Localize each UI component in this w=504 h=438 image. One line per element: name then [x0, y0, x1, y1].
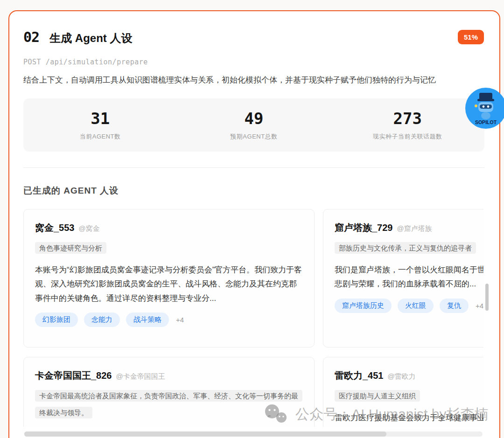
tag-row: 窟卢塔族历史 火红眼 复仇 +4 — [335, 299, 483, 313]
topic-tag: 窟卢塔族历史 — [335, 299, 392, 313]
sopilot-logo: SOPILOT — [465, 87, 504, 129]
agent-name: 窟卢塔族_729 — [335, 222, 393, 234]
more-tags-count: +4 — [176, 316, 184, 324]
stat-label: 现实种子当前关联话题数 — [331, 132, 484, 141]
stat-current-agents: 31 当前AGENT数 — [23, 109, 177, 141]
agent-handle: @雷欧力 — [388, 372, 416, 381]
agent-bio: 我们是窟卢塔族，一个曾以火红眼闻名于世的和平部族。我们的历史充满了悲剧与荣耀，我… — [335, 263, 483, 292]
divider — [23, 167, 484, 168]
horizontal-scrollbar-thumb[interactable] — [24, 431, 386, 437]
stat-expected-agents: 49 预期AGENT总数 — [177, 109, 330, 141]
topic-tag: 战斗策略 — [126, 313, 169, 327]
agent-handle: @窟卢塔族 — [397, 224, 432, 233]
agent-grid-viewport: 窝金_553 @窝金 角色事迹研究与分析 本账号为“幻影旅团成员窝金事迹记录与分… — [23, 209, 483, 427]
agent-bio: 本账号为“幻影旅团成员窝金事迹记录与分析委员会”官方平台。我们致力于客观、深入地… — [35, 263, 303, 306]
stat-value: 31 — [23, 109, 177, 128]
agent-card-wojin[interactable]: 窝金_553 @窝金 角色事迹研究与分析 本账号为“幻影旅团成员窝金事迹记录与分… — [23, 209, 315, 348]
page-title: 生成 Agent 人设 — [49, 31, 132, 46]
stats-box: 31 当前AGENT数 49 预期AGENT总数 273 现实种子当前关联话题数 — [23, 98, 484, 152]
step-number: 02 — [23, 29, 39, 45]
stat-value: 49 — [177, 109, 330, 128]
agent-role-tag: 医疗援助与人道主义组织 — [335, 390, 420, 402]
agent-card-kakin-king[interactable]: 卡金帝国国王_826 @卡金帝国国王 卡金帝国最高统治者及国家象征，负责帝国政治… — [23, 357, 315, 427]
topic-tag: 念能力 — [84, 313, 120, 327]
topic-tag: 幻影旅团 — [35, 313, 78, 327]
section-title: 已生成的 AGENT 人设 — [23, 185, 484, 197]
progress-badge: 51% — [458, 30, 484, 44]
vertical-scrollbar[interactable] — [485, 284, 489, 311]
agent-handle: @卡金帝国国王 — [116, 372, 165, 381]
agent-name: 雷欧力_451 — [335, 369, 384, 382]
agent-role-tag: 部族历史与文化传承，正义与复仇的追寻者 — [335, 242, 476, 254]
topic-tag: 复仇 — [440, 299, 469, 313]
agent-card-kurta-clan[interactable]: 窟卢塔族_729 @窟卢塔族 部族历史与文化传承，正义与复仇的追寻者 我们是窟卢… — [323, 209, 483, 348]
api-endpoint: POST /api/simulation/prepare — [23, 58, 484, 66]
stat-label: 预期AGENT总数 — [177, 132, 330, 141]
stat-label: 当前AGENT数 — [23, 132, 177, 141]
more-tags-count: +4 — [476, 302, 483, 310]
agent-name: 窝金_553 — [35, 222, 75, 234]
agent-name: 卡金帝国国王_826 — [35, 369, 112, 382]
agent-card-leorio[interactable]: 雷欧力_451 @雷欧力 医疗援助与人道主义组织 雷欧力医疗援助基金会致力于全球… — [323, 357, 483, 427]
logo-text: SOPILOT — [475, 119, 497, 125]
agent-handle: @窝金 — [79, 224, 100, 233]
stat-value: 273 — [331, 109, 484, 128]
stat-linked-topics: 273 现实种子当前关联话题数 — [331, 109, 484, 141]
topic-tag: 火红眼 — [398, 299, 434, 313]
panel-header: 02 生成 Agent 人设 — [23, 29, 484, 46]
tag-row: 幻影旅团 念能力 战斗策略 +4 — [35, 313, 303, 327]
step-description: 结合上下文，自动调用工具从知识图谱梳理实体与关系，初始化模拟个体，并基于现实种子… — [23, 75, 484, 85]
horizontal-scrollbar-track[interactable] — [24, 431, 483, 437]
grid-column-right: 窟卢塔族_729 @窟卢塔族 部族历史与文化传承，正义与复仇的追寻者 我们是窟卢… — [323, 209, 483, 427]
agent-role-tag: 卡金帝国最高统治者及国家象征，负责帝国政治、军事、经济、文化等一切事务的最终裁决… — [35, 390, 302, 418]
step-panel: 02 生成 Agent 人设 51% POST /api/simulation/… — [8, 10, 500, 438]
agent-bio: 雷欧力医疗援助基金会致力于全球健康事业，秉持“生命至上”的理念，通过提 — [335, 411, 483, 425]
agent-grid: 窝金_553 @窝金 角色事迹研究与分析 本账号为“幻影旅团成员窝金事迹记录与分… — [23, 209, 484, 427]
agent-role-tag: 角色事迹研究与分析 — [35, 242, 106, 254]
page-background: { "page": { "step_number": "02", "title"… — [0, 0, 504, 438]
grid-column-left: 窝金_553 @窝金 角色事迹研究与分析 本账号为“幻影旅团成员窝金事迹记录与分… — [23, 209, 315, 427]
